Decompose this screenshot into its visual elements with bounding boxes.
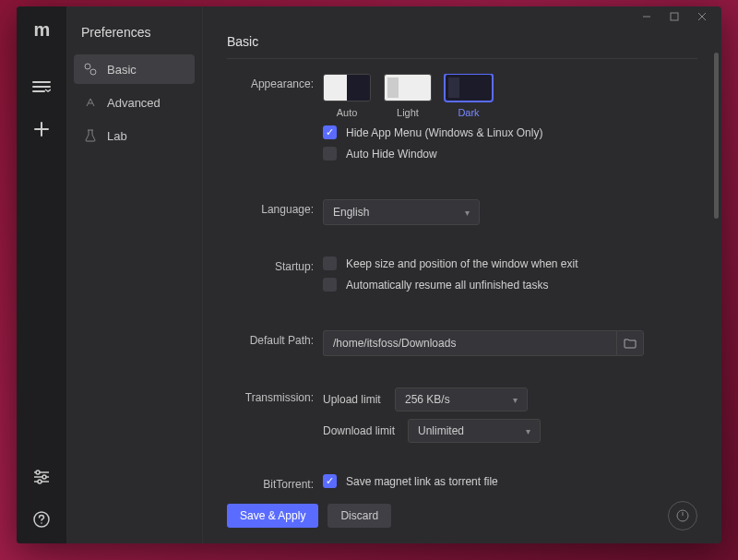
svg-point-6 (90, 69, 96, 75)
checkbox-label: Save magnet link as torrent file (346, 475, 498, 488)
auto-hide-window-checkbox[interactable]: Auto Hide Window (323, 147, 688, 161)
bittorrent-label: BitTorrent: (227, 474, 323, 495)
scrollbar[interactable] (714, 53, 719, 488)
titlebar (203, 6, 721, 27)
settings-scroll: Appearance: Auto Light (227, 74, 697, 495)
svg-point-2 (38, 480, 42, 483)
discard-button[interactable]: Discard (327, 504, 391, 528)
footer: Save & Apply Discard (227, 495, 697, 543)
settings-icon[interactable] (30, 466, 53, 488)
advanced-icon (83, 95, 98, 110)
sidebar-item-label: Lab (107, 129, 127, 143)
help-icon[interactable] (30, 508, 53, 530)
tasks-icon[interactable] (30, 76, 53, 98)
svg-point-5 (85, 64, 90, 69)
app-rail: m (17, 6, 66, 543)
select-value: 256 KB/s (405, 393, 450, 406)
sidebar-title: Preferences (74, 21, 195, 54)
svg-point-0 (36, 471, 40, 474)
language-label: Language: (227, 199, 323, 225)
browse-folder-button[interactable] (616, 330, 644, 356)
maximize-button[interactable] (661, 6, 688, 27)
add-icon[interactable] (30, 118, 53, 140)
theme-option-light[interactable]: Light (384, 74, 432, 118)
keep-size-checkbox[interactable]: Keep size and position of the window whe… (323, 256, 688, 270)
sidebar-item-basic[interactable]: Basic (74, 54, 195, 84)
svg-rect-7 (671, 13, 678, 20)
folder-icon (624, 338, 637, 349)
scrollbar-thumb[interactable] (714, 53, 719, 219)
checkbox-icon (323, 474, 337, 488)
upload-limit-label: Upload limit (323, 393, 387, 406)
sidebar-item-label: Basic (107, 63, 137, 77)
sidebar-item-lab[interactable]: Lab (74, 121, 195, 150)
svg-point-4 (41, 522, 42, 524)
appearance-label: Appearance: (227, 74, 323, 168)
theme-label: Dark (458, 107, 479, 118)
default-path-input[interactable] (323, 330, 616, 356)
hide-app-menu-checkbox[interactable]: Hide App Menu (Windows & Linux Only) (323, 125, 688, 139)
sidebar-item-label: Advanced (107, 96, 161, 110)
preferences-window: m Preferences Basic Advanced Lab (17, 6, 721, 543)
language-select[interactable]: English ▾ (323, 199, 480, 225)
save-magnet-checkbox[interactable]: Save magnet link as torrent file (323, 474, 688, 488)
transmission-label: Transmission: (227, 387, 323, 443)
checkbox-icon (323, 125, 337, 139)
app-logo: m (34, 19, 50, 41)
theme-label: Light (397, 107, 419, 118)
upload-limit-select[interactable]: 256 KB/s ▾ (395, 387, 528, 411)
preferences-sidebar: Preferences Basic Advanced Lab (66, 6, 203, 543)
checkbox-icon (323, 147, 337, 161)
section-title: Basic (227, 27, 697, 59)
checkbox-label: Keep size and position of the window whe… (346, 257, 578, 270)
resume-tasks-checkbox[interactable]: Automatically resume all unfinished task… (323, 278, 688, 292)
save-apply-button[interactable]: Save & Apply (227, 504, 318, 528)
minimize-button[interactable] (633, 6, 661, 27)
theme-label: Auto (337, 107, 358, 118)
checkbox-label: Auto Hide Window (346, 148, 437, 161)
sidebar-item-advanced[interactable]: Advanced (74, 88, 195, 117)
download-limit-label: Download limit (323, 424, 400, 437)
checkbox-label: Automatically resume all unfinished task… (346, 279, 548, 292)
checkbox-label: Hide App Menu (Windows & Linux Only) (346, 126, 542, 139)
download-limit-select[interactable]: Unlimited ▾ (408, 419, 541, 443)
checkbox-icon (323, 256, 337, 270)
theme-option-auto[interactable]: Auto (323, 74, 371, 118)
basic-icon (83, 62, 98, 77)
chevron-down-icon: ▾ (513, 395, 518, 405)
select-value: English (333, 206, 369, 219)
select-value: Unlimited (418, 424, 464, 437)
theme-option-dark[interactable]: Dark (445, 74, 493, 118)
checkbox-icon (323, 278, 337, 292)
chevron-down-icon: ▾ (465, 208, 470, 218)
chevron-down-icon: ▾ (526, 426, 530, 436)
svg-point-1 (42, 475, 46, 479)
lab-icon (83, 128, 98, 143)
startup-label: Startup: (227, 256, 323, 299)
close-button[interactable] (688, 6, 716, 27)
default-path-label: Default Path: (227, 330, 323, 356)
main-panel: Basic Appearance: Auto Light (203, 6, 721, 543)
power-icon-button[interactable] (668, 501, 697, 530)
